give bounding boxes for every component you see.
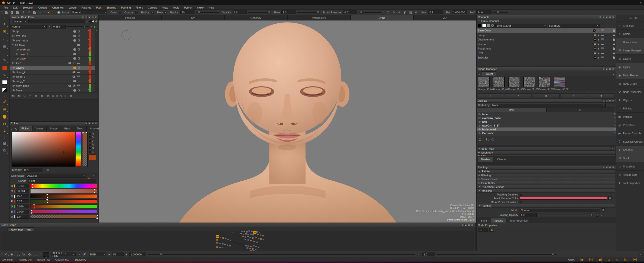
layer-visibility-icon[interactable] [12, 85, 15, 86]
menu-ptex[interactable]: Ptex [94, 5, 104, 9]
channel-row-roughness[interactable]: Roughness 32 ▲ [476, 46, 616, 51]
panel-close-icon[interactable]: ✕ [94, 16, 97, 18]
menu-channels[interactable]: Channels [50, 5, 66, 9]
image-item[interactable]: Grunge_JF_002 [493, 77, 508, 90]
layer-visibility-icon[interactable] [12, 62, 15, 64]
layer-visibility-icon[interactable] [15, 44, 18, 46]
graph-node[interactable] [262, 239, 264, 240]
graph-node[interactable] [255, 237, 257, 238]
ramp-icon[interactable]: ◩ [83, 253, 87, 256]
udim-action-icon[interactable]: ⌸ [624, 258, 628, 261]
fill-black-swatch[interactable] [478, 24, 482, 27]
clear-search-icon[interactable]: ⊗ [86, 20, 88, 23]
image-manager-tab-project[interactable]: Project [481, 71, 496, 76]
lock-icon[interactable] [613, 57, 615, 59]
undo-icon[interactable]: ↶◢ [5, 253, 8, 256]
picker-radio-R[interactable]: R [88, 143, 97, 146]
panel-window-icon[interactable]: ▲ [606, 68, 608, 70]
dock-strip-painting[interactable]: ◑ Painting [616, 104, 644, 113]
layer-visibility-icon[interactable] [12, 39, 15, 41]
picker-radio-V[interactable]: V [88, 139, 97, 142]
graph-node[interactable] [247, 236, 249, 237]
blend-mode-dropdown[interactable]: Normal▼ [10, 25, 46, 28]
udim-action-icon[interactable]: ◉ [580, 258, 584, 261]
menu-python[interactable]: Python [182, 5, 194, 9]
graph-node[interactable] [262, 235, 264, 237]
graph-node[interactable] [255, 249, 256, 250]
fov-slider[interactable] [493, 11, 508, 14]
warp-tool-icon[interactable]: ▦◢ [2, 43, 8, 49]
close-tab-icon[interactable]: ✕ [612, 73, 615, 76]
fill-transparent-swatch[interactable] [491, 24, 495, 27]
graph-node[interactable] [251, 231, 252, 232]
layer-visibility-icon[interactable] [16, 49, 18, 50]
graph-node[interactable] [260, 238, 262, 240]
painting-opacity-input[interactable]: 1.0 [520, 213, 537, 217]
dock-tab-shelf[interactable]: Shelf [478, 218, 490, 223]
layer-visibility-icon[interactable] [16, 58, 18, 59]
sphere-brush-icon[interactable]: ⬤◢ [2, 114, 8, 119]
object-visibility-icon[interactable] [478, 132, 481, 134]
layer-visibility-icon[interactable] [12, 71, 15, 73]
graph-node[interactable] [222, 247, 223, 248]
object-visibility-icon[interactable] [478, 125, 481, 126]
exposure-slider[interactable] [148, 253, 415, 256]
add-paint-layer-icon[interactable]: ◉₊ [12, 94, 15, 97]
eyedropper-tool-icon[interactable]: ✎◢ [2, 57, 8, 63]
gradient-slider-A[interactable] [30, 215, 97, 219]
grid-view-icon[interactable]: ▦ [70, 94, 72, 97]
painting-section-filtering[interactable]: ▶Filtering [477, 173, 616, 177]
layer-visibility-icon[interactable] [12, 76, 15, 77]
image-item[interactable]: Grunge_JF_001 [478, 77, 493, 90]
painting-section-masking[interactable]: ▼Masking [477, 189, 616, 193]
menu-edit[interactable]: Edit [11, 5, 20, 9]
paint-through-tool-icon[interactable]: ✐◢ [2, 99, 8, 105]
menu-filters[interactable]: Filters [134, 5, 145, 9]
object-visibility-icon[interactable] [478, 121, 481, 123]
layer-row-eyebrow[interactable]: eyebrow [10, 47, 95, 52]
channel-row-base-color[interactable]: Base Color 16 [476, 28, 616, 33]
flow-input[interactable]: 1.0 [281, 10, 296, 14]
graph-node[interactable] [244, 237, 246, 238]
transform-icon[interactable]: ❖◢ [28, 253, 32, 256]
graph-node[interactable] [260, 235, 261, 236]
jitter-flow-checkbox[interactable]: ✓ [164, 11, 167, 14]
dock-strip-image-manager[interactable]: ⊡ Image Manager [616, 46, 644, 55]
panel-window-icon[interactable]: ? [602, 99, 605, 102]
layer-row-Make[interactable]: ▼ Make [10, 43, 95, 47]
projection-cube-icon[interactable]: ⬡ [386, 11, 390, 14]
graph-node[interactable] [224, 244, 226, 245]
graph-node[interactable] [258, 238, 260, 239]
pull-down-icon[interactable]: ↓◢ [16, 253, 20, 256]
panel-close-icon[interactable]: ✕ [471, 224, 474, 226]
display-color-icon[interactable] [43, 252, 49, 257]
value-input-S[interactable]: 96.264 [16, 189, 29, 193]
graph-node[interactable] [252, 248, 254, 250]
display-channel-dropdown[interactable]: RGB▼ [89, 253, 106, 257]
menu-patches[interactable]: Patches [79, 5, 94, 9]
play-icon[interactable]: ▶ [94, 25, 96, 28]
paint-target-icon[interactable]: ● [46, 11, 50, 14]
layer-row-eye_make[interactable]: eye_make [10, 38, 95, 43]
menu-shading[interactable]: Shading [104, 5, 118, 9]
layer-row-eye_line[interactable]: eye_line [10, 34, 95, 38]
dock-strip-modo-render[interactable]: ◆ Modo Render [616, 71, 644, 79]
collapse-dock-icon[interactable]: » [629, 17, 632, 20]
graph-node[interactable] [245, 233, 247, 235]
dock-strip-snapshots[interactable]: □ Snapshots [616, 162, 644, 171]
exposure-input[interactable]: 1.000000 [129, 253, 146, 257]
panel-window-icon[interactable]: ? [602, 68, 605, 70]
panel-window-icon[interactable]: ⊟ [91, 122, 94, 125]
paint-mode-reset-button[interactable]: R [602, 208, 605, 212]
add-tool-icon[interactable]: +◢ [2, 128, 8, 134]
menu-painting[interactable]: Painting [119, 5, 133, 9]
select-tool-icon[interactable]: ➤◢ [2, 21, 8, 27]
graph-node[interactable] [257, 234, 259, 235]
panel-window-icon[interactable]: ▲ [88, 16, 91, 18]
menu-layers[interactable]: Layers [66, 5, 79, 9]
panel-window-icon[interactable]: ⊟ [608, 16, 611, 18]
fstop-next-icon[interactable]: ▶ [126, 253, 128, 256]
object-section-geometry[interactable]: ▶Geometry [476, 151, 616, 154]
remove-layer-icon[interactable]: ⊖ [60, 94, 62, 97]
colors-tab-values[interactable]: Values [32, 126, 46, 131]
